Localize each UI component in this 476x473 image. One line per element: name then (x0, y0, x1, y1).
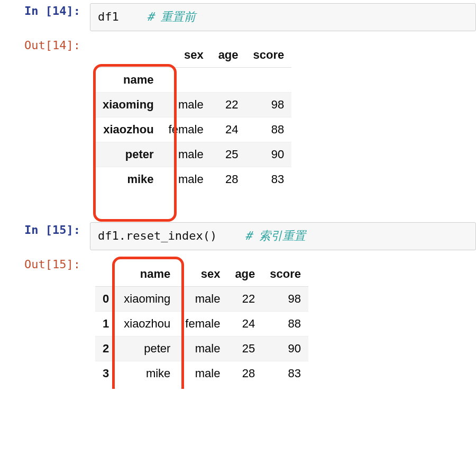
cell-sex: male (178, 361, 227, 386)
in-cell-15: In [15]: df1.reset_index() # 索引重置 (0, 219, 476, 253)
col-header-score: score (246, 43, 292, 68)
cell-score: 83 (262, 361, 308, 386)
table-row: 0 xiaoming male 22 98 (95, 286, 308, 311)
cell-name: peter (116, 336, 178, 361)
table-row: mike male 28 83 (95, 167, 291, 192)
table-row: 1 xiaozhou female 24 88 (95, 311, 308, 336)
cell-sex: male (161, 142, 211, 167)
table-row: xiaoming male 22 98 (95, 92, 291, 117)
row-index: peter (95, 142, 161, 167)
out-cell-15: Out[15]: name sex age score 0 xiaoming m… (0, 253, 476, 389)
col-header-name: name (116, 262, 178, 287)
cell-age: 22 (227, 286, 262, 311)
cell-name: mike (116, 361, 178, 386)
table-row: xiaozhou female 24 88 (95, 117, 291, 142)
cell-score: 83 (246, 167, 292, 192)
row-index: mike (95, 167, 161, 192)
in-cell-14: In [14]: df1 # 重置前 (0, 0, 476, 34)
cell-sex: female (178, 311, 227, 336)
cell-sex: male (178, 336, 227, 361)
row-index: 0 (95, 286, 116, 311)
cell-sex: male (161, 167, 211, 192)
code-input-14[interactable]: df1 # 重置前 (90, 3, 476, 31)
cell-age: 24 (227, 311, 262, 336)
dataframe-table-14: sex age score name xiaoming male 22 98 x… (95, 43, 291, 192)
col-header-age: age (211, 43, 246, 68)
out-prompt-14: Out[14]: (0, 38, 90, 54)
col-header-score: score (262, 262, 308, 287)
index-name: name (95, 67, 161, 92)
cell-score: 98 (262, 286, 308, 311)
cell-sex: male (161, 92, 211, 117)
cell-age: 25 (211, 142, 246, 167)
cell-sex: male (178, 286, 227, 311)
cell-score: 90 (262, 336, 308, 361)
output-area-14: sex age score name xiaoming male 22 98 x… (90, 38, 476, 192)
col-header-blank (95, 262, 116, 287)
cell-age: 24 (211, 117, 246, 142)
out-cell-14: Out[14]: sex age score name xiaoming mal… (0, 34, 476, 195)
cell-score: 90 (246, 142, 292, 167)
in-prompt-14: In [14]: (0, 3, 90, 20)
code-comment: # 重置前 (147, 10, 196, 23)
row-index: xiaozhou (95, 117, 161, 142)
out-prompt-15: Out[15]: (0, 257, 90, 273)
cell-score: 98 (246, 92, 292, 117)
table-row: peter male 25 90 (95, 142, 291, 167)
corner-blank (95, 43, 161, 68)
cell-age: 25 (227, 336, 262, 361)
cell-age: 28 (211, 167, 246, 192)
table-row: 3 mike male 28 83 (95, 361, 308, 386)
cell-age: 22 (211, 92, 246, 117)
code-expr-call: .reset_index() (119, 229, 217, 242)
col-header-sex: sex (178, 262, 227, 287)
code-comment: # 索引重置 (245, 229, 306, 242)
cell-age: 28 (227, 361, 262, 386)
output-area-15: name sex age score 0 xiaoming male 22 98… (90, 257, 476, 386)
cell-score: 88 (262, 311, 308, 336)
col-header-age: age (227, 262, 262, 287)
code-expr: df1 (98, 10, 119, 23)
row-index: 1 (95, 311, 116, 336)
col-header-sex: sex (161, 43, 211, 68)
code-input-15[interactable]: df1.reset_index() # 索引重置 (90, 222, 476, 250)
cell-score: 88 (246, 117, 292, 142)
table-row: 2 peter male 25 90 (95, 336, 308, 361)
cell-name: xiaoming (116, 286, 178, 311)
in-prompt-15: In [15]: (0, 222, 90, 239)
cell-sex: female (161, 117, 211, 142)
row-index: xiaoming (95, 92, 161, 117)
row-index: 2 (95, 336, 116, 361)
dataframe-table-15: name sex age score 0 xiaoming male 22 98… (95, 262, 308, 386)
code-expr-var: df1 (98, 229, 119, 242)
row-index: 3 (95, 361, 116, 386)
cell-name: xiaozhou (116, 311, 178, 336)
